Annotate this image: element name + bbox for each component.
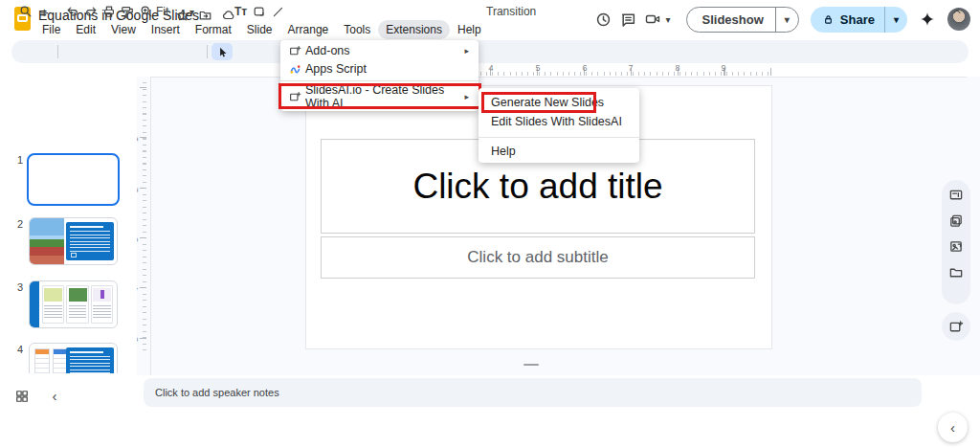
menu-format[interactable]: Format (188, 20, 239, 39)
slide-thumbnail-1[interactable] (27, 153, 120, 206)
select-tool-button[interactable] (212, 43, 233, 60)
gallery-stack-icon[interactable] (948, 213, 964, 228)
share-caret-icon[interactable]: ▾ (885, 14, 907, 25)
cursor-arrow-icon (216, 46, 229, 58)
slide-number: 1 (8, 154, 23, 166)
redo-button[interactable] (84, 0, 99, 23)
search-menus-button[interactable] (19, 0, 33, 23)
transition-button[interactable]: Transition (486, 0, 536, 23)
print-button[interactable] (102, 0, 116, 23)
slide-thumbnail-3[interactable] (29, 280, 118, 328)
menu-edit[interactable]: Edit (68, 20, 103, 39)
version-history-button[interactable] (590, 7, 615, 32)
submenu-arrow-icon: ▸ (464, 46, 469, 56)
share-button[interactable]: Share ▾ (811, 7, 907, 33)
collapse-filmstrip-button[interactable]: ‹ (46, 387, 63, 404)
toolbar-divider (57, 45, 58, 58)
thumbnail-photo (30, 218, 64, 264)
menu-arrange[interactable]: Arrange (280, 20, 337, 39)
ruler-number: 6 (582, 63, 587, 73)
slide-thumbnail-2[interactable] (29, 217, 118, 265)
collapse-toolbar-button[interactable] (951, 0, 963, 23)
undo-icon (65, 5, 79, 18)
zoom-button[interactable] (140, 0, 153, 23)
search-icon (19, 5, 33, 18)
chevron-left-icon: ‹ (53, 388, 57, 404)
menu-item-label: Help (491, 145, 639, 158)
menu-file[interactable]: File (34, 20, 68, 39)
paint-format-button[interactable] (121, 0, 134, 23)
menu-separator (280, 80, 479, 81)
toolbar-divider (207, 45, 208, 58)
title-placeholder-text: Click to add title (412, 167, 662, 207)
folder-icon[interactable] (948, 265, 964, 280)
menu-item-add-ons[interactable]: Add-ons ▸ (280, 42, 479, 59)
vertical-ruler-line (150, 77, 151, 375)
ruler-number: 5 (535, 63, 540, 73)
meet-present-button[interactable] (640, 7, 665, 32)
zoom-in-icon (140, 5, 153, 18)
grid-view-button[interactable] (13, 388, 31, 405)
shape-icon (253, 5, 266, 18)
line-tool-button[interactable] (272, 0, 284, 23)
fit-caret-icon[interactable]: ▾ (189, 0, 194, 23)
menu-help[interactable]: Help (450, 20, 489, 39)
meet-caret-icon[interactable]: ▾ (665, 14, 670, 25)
highlight-box-generate-new-slides (481, 92, 596, 113)
menu-bar: File Edit View Insert Format Slide Arran… (34, 20, 489, 39)
printer-icon (102, 5, 116, 18)
menu-extensions[interactable]: Extensions (378, 20, 450, 39)
subtitle-placeholder-text: Click to add subtitle (467, 248, 608, 267)
slide-number: 3 (8, 281, 23, 293)
caret-glyph: ▾ (189, 7, 194, 17)
slide-thumbnail-4[interactable] (29, 343, 118, 373)
side-panel-addon-button[interactable] (942, 312, 970, 341)
addon-icon (289, 45, 301, 57)
gemini-button[interactable] (915, 7, 940, 32)
image-export-icon[interactable] (948, 239, 964, 254)
plus-icon: + (40, 4, 49, 20)
vertical-ruler-major-ticks (140, 87, 146, 342)
menu-tools[interactable]: Tools (336, 20, 378, 39)
slideshow-label: Slideshow (687, 12, 775, 27)
redo-icon (84, 5, 99, 18)
zoom-fit-select[interactable]: Fit (156, 0, 168, 23)
menu-separator (479, 137, 639, 138)
chevron-left-icon: ‹ (950, 419, 955, 436)
menu-view[interactable]: View (103, 20, 144, 39)
thumbnail-table (34, 348, 50, 373)
article-card-icon[interactable] (948, 188, 964, 202)
fit-label: Fit (156, 5, 168, 18)
slide-number: 4 (8, 344, 23, 355)
menu-item-edit-slides[interactable]: Edit Slides With SlidesAI (479, 113, 639, 130)
ruler-number: 4 (488, 63, 493, 73)
subtitle-placeholder[interactable]: Click to add subtitle (321, 236, 755, 279)
lock-icon (822, 13, 835, 26)
history-clock-icon (595, 11, 612, 28)
main-toolbar (11, 40, 969, 63)
undo-button[interactable] (65, 0, 79, 23)
textbox-tool-button[interactable]: Tт (234, 0, 247, 23)
thumbnail-card (91, 285, 114, 324)
grid-view-icon (15, 390, 29, 403)
ruler-number: 8 (675, 63, 679, 73)
comment-icon (620, 11, 636, 28)
thumbnail-card (42, 285, 65, 324)
slideshow-button[interactable]: Slideshow ▾ (686, 7, 799, 33)
menu-slide[interactable]: Slide (239, 20, 280, 39)
menu-insert[interactable]: Insert (144, 20, 188, 39)
slideshow-caret-icon[interactable]: ▾ (776, 14, 798, 25)
new-slide-button[interactable]: + (40, 0, 49, 23)
slide-resize-handle[interactable] (523, 364, 539, 366)
line-icon (272, 6, 284, 18)
shape-tool-button[interactable] (253, 0, 266, 23)
menu-item-label: Apps Script (305, 62, 479, 76)
menu-item-apps-script[interactable]: Apps Script (280, 60, 479, 78)
header-actions: ▾ Slideshow ▾ Share ▾ (590, 0, 980, 38)
menu-item-help[interactable]: Help (479, 143, 639, 160)
show-side-panel-button[interactable]: ‹ (938, 413, 968, 442)
speaker-notes[interactable]: Click to add speaker notes (144, 378, 922, 407)
menu-item-label: Add-ons (305, 44, 464, 57)
comments-button[interactable] (615, 7, 640, 32)
slide-filmstrip: 1 2 3 4 5 (0, 72, 137, 373)
